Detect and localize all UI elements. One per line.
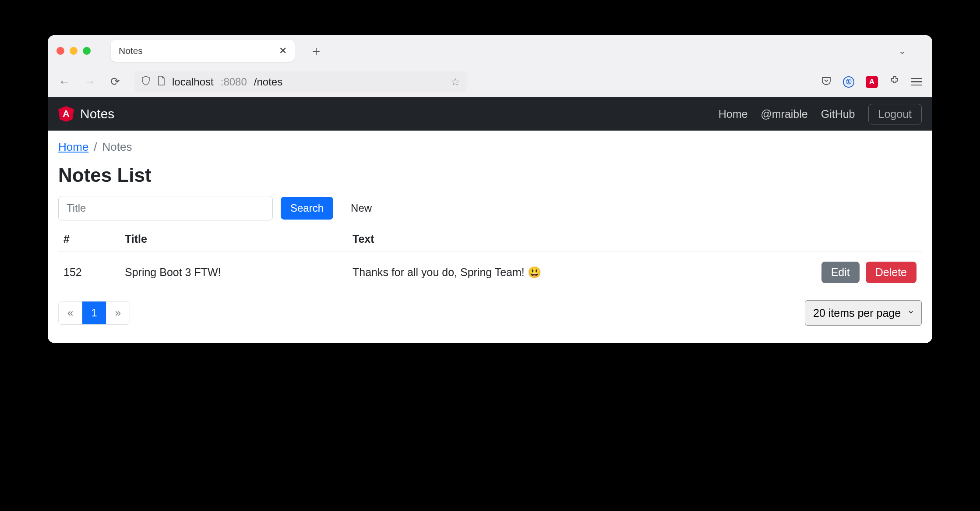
url-port: :8080 xyxy=(221,76,247,88)
search-row: Search New xyxy=(58,196,922,220)
col-text[interactable]: Text xyxy=(347,227,782,252)
nav-links: Home @mraible GitHub Logout xyxy=(719,104,922,124)
menu-icon[interactable] xyxy=(911,78,922,86)
shield-icon[interactable] xyxy=(141,76,150,88)
browser-window: Notes ✕ ＋ ⌄ ← → ⟳ localhost:8080/notes ☆ xyxy=(48,35,932,343)
page-prev[interactable]: « xyxy=(59,302,82,324)
page-title: Notes List xyxy=(58,164,922,186)
window-controls xyxy=(56,47,91,55)
tab-title: Notes xyxy=(119,46,143,56)
search-button[interactable]: Search xyxy=(281,197,333,220)
toolbar-right: ① A xyxy=(821,75,922,89)
new-tab-button[interactable]: ＋ xyxy=(310,42,323,60)
page-number[interactable]: 1 xyxy=(82,302,106,324)
logout-button[interactable]: Logout xyxy=(868,104,922,124)
col-title[interactable]: Title xyxy=(120,227,347,252)
window-maximize-icon[interactable] xyxy=(83,47,91,55)
cell-title: Spring Boot 3 FTW! xyxy=(120,252,347,293)
breadcrumb-current: Notes xyxy=(102,140,132,154)
col-id[interactable]: # xyxy=(58,227,120,252)
page-body: Home / Notes Notes List Search New # Tit… xyxy=(48,131,932,343)
new-link[interactable]: New xyxy=(341,197,381,220)
close-icon[interactable]: ✕ xyxy=(279,45,287,57)
url-host: localhost xyxy=(172,76,214,88)
app-navbar: A Notes Home @mraible GitHub Logout xyxy=(48,97,932,131)
window-close-icon[interactable] xyxy=(56,47,64,55)
row-actions: Edit Delete xyxy=(787,262,917,283)
page-icon xyxy=(157,76,165,88)
breadcrumb-home[interactable]: Home xyxy=(58,140,88,154)
tabs-dropdown-icon[interactable]: ⌄ xyxy=(899,46,906,56)
window-minimize-icon[interactable] xyxy=(70,47,78,55)
extensions-icon[interactable] xyxy=(889,75,900,89)
table-row: 152 Spring Boot 3 FTW! Thanks for all yo… xyxy=(58,252,922,293)
back-button[interactable]: ← xyxy=(58,75,71,89)
delete-button[interactable]: Delete xyxy=(866,262,917,283)
brand-title: Notes xyxy=(80,106,114,121)
pagination: « 1 » xyxy=(58,301,130,325)
address-bar[interactable]: localhost:8080/notes ☆ xyxy=(134,71,467,92)
table-footer: « 1 » 20 items per page xyxy=(58,300,922,326)
edit-button[interactable]: Edit xyxy=(821,262,860,283)
brand[interactable]: A Notes xyxy=(58,106,114,122)
breadcrumb: Home / Notes xyxy=(58,140,922,154)
breadcrumb-separator: / xyxy=(94,140,97,154)
browser-toolbar: ← → ⟳ localhost:8080/notes ☆ ① A xyxy=(48,67,932,97)
title-search-input[interactable] xyxy=(58,196,273,220)
forward-button[interactable]: → xyxy=(84,75,96,89)
pocket-icon[interactable] xyxy=(821,75,832,89)
angular-logo-icon: A xyxy=(58,106,74,122)
nav-link-github[interactable]: GitHub xyxy=(821,108,855,121)
nav-link-user[interactable]: @mraible xyxy=(761,108,807,121)
col-actions xyxy=(782,227,922,252)
notes-table: # Title Text 152 Spring Boot 3 FTW! Than… xyxy=(58,227,922,293)
onepassword-icon[interactable]: ① xyxy=(843,76,854,88)
browser-tab-strip: Notes ✕ ＋ ⌄ xyxy=(48,35,932,67)
nav-link-home[interactable]: Home xyxy=(719,108,748,121)
page-next[interactable]: » xyxy=(106,302,130,324)
page-size-select[interactable]: 20 items per page xyxy=(805,300,922,326)
angular-extension-icon[interactable]: A xyxy=(866,76,878,88)
bookmark-icon[interactable]: ☆ xyxy=(451,76,460,88)
url-path: /notes xyxy=(254,76,282,88)
cell-text: Thanks for all you do, Spring Team! 😃 xyxy=(347,252,782,293)
cell-id: 152 xyxy=(58,252,120,293)
reload-button[interactable]: ⟳ xyxy=(109,75,121,89)
browser-tab[interactable]: Notes ✕ xyxy=(111,40,295,62)
